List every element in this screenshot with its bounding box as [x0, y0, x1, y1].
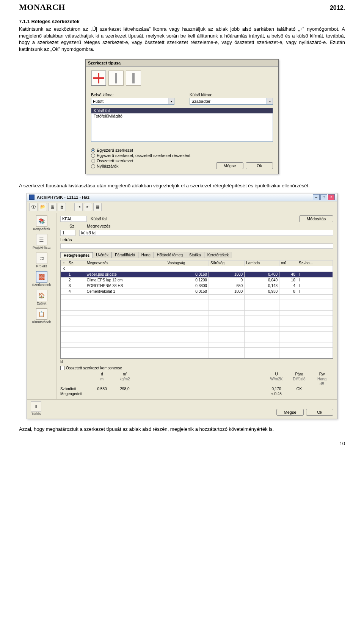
- name-field[interactable]: külső fal: [79, 230, 333, 236]
- app-window-archiphysik: ArchiPHYSIK - 11111 - Ház – □ × ⓘ 📂 🖶 🗎 …: [27, 193, 337, 419]
- table-row[interactable]: 4Cementvakolat 10,015018000,9308I: [61, 289, 333, 294]
- column-header[interactable]: Megnevezés: [85, 260, 166, 266]
- radio-option[interactable]: Egyszerű szerkezet: [91, 148, 190, 152]
- sort-icon[interactable]: ↕: [61, 260, 67, 266]
- maximize-icon[interactable]: □: [320, 194, 327, 200]
- paragraph-1: Kattintsunk az eszköztáron az „Új szerke…: [19, 26, 345, 52]
- logo: MONΛRCH: [19, 2, 65, 12]
- tab[interactable]: Rétegfelépítés: [60, 252, 93, 258]
- modify-button[interactable]: Módosítás: [299, 215, 333, 222]
- sz-field[interactable]: 1: [60, 230, 75, 236]
- structure-type-list[interactable]: Külső falTetőfelülvilágító: [91, 108, 273, 142]
- minimize-icon[interactable]: –: [313, 194, 320, 200]
- code-field[interactable]: KFAL: [60, 216, 87, 222]
- column-header[interactable]: Sz.-ho...: [297, 260, 333, 266]
- paragraph-3: Azzal, hogy meghatároztuk a szerkezet tí…: [19, 426, 345, 433]
- radio-option[interactable]: Egyszerű szerkezet, összetett szerkezet …: [91, 153, 190, 158]
- info-icon[interactable]: ⓘ: [29, 203, 38, 211]
- table-row[interactable]: 1weber.pas silicate0,016016000,40040I: [61, 272, 333, 277]
- column-header[interactable]: Vastagság: [166, 260, 209, 266]
- paragraph-2: A szerkezet típusának kiválasztása után …: [19, 182, 345, 189]
- list-item[interactable]: Tetőfelülvilágító: [91, 113, 273, 119]
- sidebar-item[interactable]: 🏠Épület: [30, 290, 54, 305]
- outer-climate-select[interactable]: [190, 98, 267, 105]
- tab[interactable]: Hőtároló tömeg: [154, 252, 186, 258]
- sidebar-item[interactable]: ☰Projekt-lista: [30, 234, 54, 250]
- page-number: 10: [19, 441, 345, 446]
- tab[interactable]: Hang: [138, 252, 154, 258]
- tab[interactable]: Statika: [186, 252, 204, 258]
- sidebar-item[interactable]: 🧱Szerkezetek: [30, 271, 54, 287]
- year: 2012.: [330, 5, 345, 11]
- megnevezes-label: Megnevezés: [87, 224, 110, 228]
- sidebar-item[interactable]: 📚Könyvtárak: [30, 215, 54, 231]
- print-icon[interactable]: 🖶: [48, 203, 56, 211]
- toolbar: ⓘ 📂 🖶 🗎 ⇥ ⇤ ▦: [27, 201, 337, 213]
- composite-checkbox-label: Összetett szerkezet komponense: [66, 366, 122, 370]
- delete-icon[interactable]: 🗑: [31, 401, 41, 412]
- leiras-label: Leírás: [60, 237, 72, 242]
- radio-option[interactable]: Nyílászárók: [91, 164, 190, 168]
- chevron-down-icon[interactable]: ▾: [267, 98, 273, 105]
- app-icon: [29, 195, 35, 200]
- heatflow-icon-up[interactable]: [126, 71, 141, 86]
- table-row[interactable]: 2Clima EPS lap 12 cm0,120000,04010I: [61, 277, 333, 283]
- column-header[interactable]: Sz.: [67, 260, 85, 266]
- radio-option[interactable]: Összetett szerkezet: [91, 159, 190, 163]
- dialog-title: Szerkezet típusa: [86, 60, 278, 67]
- sidebar-item[interactable]: 📋Kimutatások: [30, 308, 54, 324]
- ok-button[interactable]: Ok: [306, 409, 333, 416]
- ok-button[interactable]: Ok: [246, 162, 273, 169]
- cancel-button[interactable]: Mégse: [276, 409, 304, 416]
- table-row[interactable]: 3POROTHERM 38 HS0,38006500,1434I: [61, 283, 333, 289]
- heatflow-icon-down[interactable]: [108, 71, 124, 86]
- column-header[interactable]: mű: [279, 260, 297, 266]
- window-title: ArchiPHYSIK - 11111 - Ház: [37, 195, 313, 199]
- tab[interactable]: Páradiffúzió: [111, 252, 138, 258]
- column-header[interactable]: Sűrűség: [209, 260, 244, 266]
- delete-label: Törlés: [31, 412, 41, 416]
- heatflow-icon-horizontal[interactable]: [91, 71, 106, 86]
- outer-climate-label: Külső klíma:: [190, 93, 273, 97]
- tab[interactable]: Keretértékek: [204, 252, 232, 258]
- section-heading: 7.1.1 Réteges szerkezetek: [19, 19, 345, 24]
- tab[interactable]: U-érték: [93, 252, 112, 258]
- leiras-field[interactable]: [60, 243, 333, 249]
- close-icon[interactable]: ×: [328, 194, 335, 200]
- doc-icon[interactable]: 🗎: [58, 203, 66, 211]
- composite-checkbox[interactable]: [60, 366, 64, 370]
- chevron-down-icon[interactable]: ▾: [168, 98, 174, 105]
- open-icon[interactable]: 📂: [39, 203, 47, 211]
- export-icon[interactable]: ⇤: [84, 203, 92, 211]
- grid-icon[interactable]: ▦: [93, 203, 102, 211]
- column-header[interactable]: Lambda: [245, 260, 279, 266]
- sz-label: Sz.: [60, 224, 75, 228]
- inner-climate-select[interactable]: [91, 98, 168, 105]
- cancel-button[interactable]: Mégse: [216, 162, 243, 169]
- sidebar-item[interactable]: 🗂Projekt: [30, 253, 54, 268]
- import-icon[interactable]: ⇥: [74, 203, 83, 211]
- list-item[interactable]: Külső fal: [91, 108, 273, 113]
- inner-climate-label: Belső klíma:: [91, 93, 174, 97]
- code-name-label: Külső fal: [91, 217, 136, 221]
- dialog-structure-type: Szerkezet típusa Belső klíma: ▾ Külső kl…: [85, 59, 279, 174]
